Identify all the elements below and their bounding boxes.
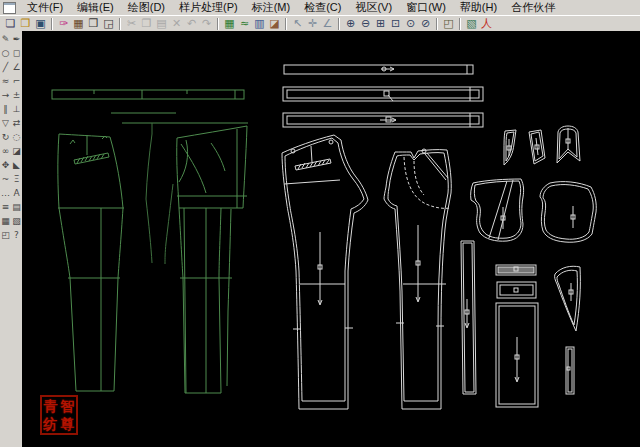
angle-tool-icon[interactable]: ∠ (11, 60, 22, 74)
page-setup-icon[interactable]: ◰ (441, 17, 456, 31)
waistband-strip-2[interactable] (283, 87, 483, 101)
delete-icon[interactable]: ✕ (169, 17, 184, 31)
menu-view[interactable]: 视区(V) (348, 0, 399, 15)
waistband-strip-1[interactable] (284, 65, 473, 74)
menu-bar: 文件(F) 编辑(E) 绘图(D) 样片处理(P) 标注(M) 检查(C) 视区… (0, 0, 640, 15)
print-icon[interactable]: ❒ (86, 17, 101, 31)
plotter-icon[interactable]: ✑ (56, 17, 71, 31)
front-leg-panel[interactable] (384, 149, 451, 409)
dash-tool-icon[interactable]: … (0, 186, 11, 200)
arrow-tool-icon[interactable]: → (0, 88, 11, 102)
separator (51, 18, 53, 30)
menu-window[interactable]: 窗口(W) (399, 0, 453, 15)
circle-tool-icon[interactable]: ○ (0, 46, 11, 60)
size-table-icon[interactable]: ▦ (222, 17, 237, 31)
back-grainline (318, 232, 322, 305)
link-tool-icon[interactable]: ∞ (0, 144, 11, 158)
redo-icon[interactable]: ↷ (199, 17, 214, 31)
eraser-icon[interactable]: ◪ (267, 17, 282, 31)
export-icon[interactable]: ▦ (71, 17, 86, 31)
menu-edit[interactable]: 编辑(E) (70, 0, 121, 15)
pencil-tool-icon[interactable]: ✎ (0, 32, 11, 46)
align-tool-icon[interactable]: ≡ (0, 200, 11, 214)
zoom-previous-icon[interactable]: ⊙ (403, 17, 418, 31)
line-tool-icon[interactable]: ╱ (0, 60, 11, 74)
rectangle-tool-icon[interactable]: ◻ (11, 46, 22, 60)
back-leg-panel[interactable] (282, 135, 368, 409)
welt-2[interactable] (497, 282, 536, 298)
document-window-icon[interactable] (3, 2, 16, 14)
spec-sheet-icon[interactable]: ▥ (252, 17, 267, 31)
menu-annotate[interactable]: 标注(M) (245, 0, 298, 15)
maker-seal-stamp: 青智纺尊 (40, 395, 78, 435)
erase-tool-icon[interactable]: ◪ (11, 144, 22, 158)
menu-file[interactable]: 文件(F) (20, 0, 70, 15)
fly-shield[interactable] (557, 126, 580, 163)
waistband-strip-3[interactable] (283, 113, 483, 127)
frame-tool-icon[interactable]: ◰ (0, 228, 11, 242)
pleat-tool-icon[interactable]: Ξ (11, 172, 22, 186)
pen-tool-icon[interactable]: ✒ (11, 32, 22, 46)
green-draft-block[interactable] (52, 90, 248, 393)
curve-tool-icon[interactable]: ≈ (0, 74, 11, 88)
grade-grid-tool-icon[interactable]: ▦ (0, 214, 11, 228)
parallel-tool-icon[interactable]: ∥ (0, 102, 11, 116)
measure-tool-icon[interactable]: ✛ (305, 17, 320, 31)
separator (285, 18, 287, 30)
fly-piece-1[interactable] (504, 130, 516, 165)
menu-help[interactable]: 帮助(H) (453, 0, 504, 15)
menu-draw[interactable]: 绘图(D) (121, 0, 172, 15)
angle-tool-icon[interactable]: ∠ (320, 17, 335, 31)
pattern-book-icon[interactable]: ▧ (464, 17, 479, 31)
zoom-out-icon[interactable]: ⊖ (358, 17, 373, 31)
menu-check[interactable]: 检查(C) (297, 0, 348, 15)
notch-tool-icon[interactable]: ▽ (0, 116, 11, 130)
welt-1[interactable] (496, 265, 536, 275)
draft-back-panel[interactable] (58, 134, 124, 391)
open-folder-icon[interactable]: ❐ (18, 17, 33, 31)
zoom-all-icon[interactable]: ⊡ (388, 17, 403, 31)
pocket-facing-left[interactable] (471, 179, 524, 241)
text-tool-icon[interactable]: A (11, 186, 22, 200)
print-preview-icon[interactable]: ◲ (101, 17, 116, 31)
trace-tool-icon[interactable]: ◌ (11, 130, 22, 144)
move-tool-icon[interactable]: ✥ (0, 158, 11, 172)
swap-tool-icon[interactable]: ⇄ (11, 116, 22, 130)
draft-front-panel[interactable] (177, 126, 247, 393)
new-file-icon[interactable]: ❏ (3, 17, 18, 31)
corner-cut-tool-icon[interactable]: ◣ (11, 158, 22, 172)
draft-crotch-curves (146, 123, 173, 264)
belt-loop-strip[interactable] (566, 347, 574, 394)
side-strip[interactable] (461, 241, 476, 394)
zoom-extent-icon[interactable]: ⊘ (418, 17, 433, 31)
smooth-tool-icon[interactable]: ~ (0, 172, 11, 186)
table-tool-icon[interactable]: ▤ (11, 200, 22, 214)
copy-icon[interactable]: ❐ (139, 17, 154, 31)
front-grainline (416, 225, 420, 302)
adjust-tool-icon[interactable]: ± (11, 88, 22, 102)
draft-waistband[interactable] (52, 90, 244, 99)
fill-tool-icon[interactable]: ▧ (11, 214, 22, 228)
undo-icon[interactable]: ↶ (184, 17, 199, 31)
zoom-in-icon[interactable]: ⊕ (343, 17, 358, 31)
pocket-bag[interactable] (496, 303, 538, 407)
menu-partner[interactable]: 合作伙伴 (504, 0, 562, 15)
paste-icon[interactable]: ▤ (154, 17, 169, 31)
perpendicular-tool-icon[interactable]: ⊥ (11, 102, 22, 116)
cut-icon[interactable]: ✂ (124, 17, 139, 31)
body-figure-icon[interactable]: 人 (479, 17, 494, 31)
save-icon[interactable]: ▣ (33, 17, 48, 31)
menu-piece-process[interactable]: 样片处理(P) (172, 0, 245, 15)
corner-tool-icon[interactable]: ⌐ (11, 74, 22, 88)
pocket-facing-right[interactable] (540, 182, 596, 243)
drawing-canvas[interactable]: 青智纺尊 (22, 31, 640, 447)
pick-tool-icon[interactable]: ↖ (290, 17, 305, 31)
fly-piece-2[interactable] (529, 130, 545, 164)
curve-adjust-icon[interactable]: ≈ (237, 17, 252, 31)
cad-application-window: 文件(F) 编辑(E) 绘图(D) 样片处理(P) 标注(M) 检查(C) 视区… (0, 0, 640, 447)
seal-character: 智 (59, 397, 76, 415)
zoom-window-icon[interactable]: ⊞ (373, 17, 388, 31)
help-tool-icon[interactable]: ? (11, 228, 22, 242)
rotate-tool-icon[interactable]: ↻ (0, 130, 11, 144)
fly-curve[interactable] (555, 266, 581, 331)
